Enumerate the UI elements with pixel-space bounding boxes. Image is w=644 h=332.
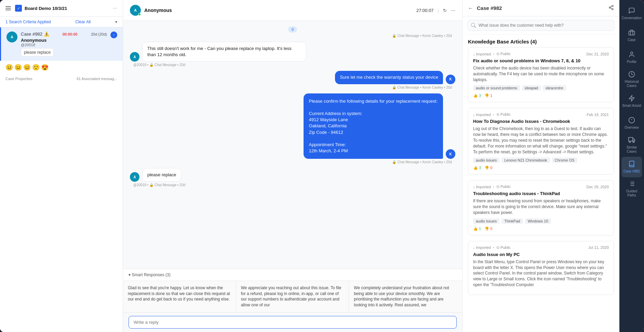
- agent-msg-avatar-2: K: [446, 149, 455, 159]
- smart-response-card-2[interactable]: We appreciate you reaching out about thi…: [236, 281, 349, 312]
- conversation-label: Conversation: [622, 16, 642, 20]
- emoji-row: 😐 😐 😐 🙂 😍: [0, 61, 123, 74]
- tag-audio-sound[interactable]: audio or sound problems: [473, 85, 520, 91]
- article-body-4: In the Start Menu, type Control Panel or…: [473, 259, 609, 288]
- case-handle: @20018: [21, 43, 107, 47]
- article-meta-left-2: ↓ Imported • ⊙ Public: [473, 112, 511, 117]
- nav-item-guided[interactable]: Guided Paths: [621, 179, 642, 199]
- appt-time: 12th March, 2-4 PM: [309, 148, 438, 154]
- board-title: Board Demo 10/3/21: [25, 6, 110, 11]
- smart-response-card-3[interactable]: We completely understand your frustratio…: [349, 281, 462, 312]
- conversation-icon: [628, 7, 635, 15]
- vote-up-2[interactable]: 👍 3: [473, 166, 481, 170]
- case-list-item[interactable]: A Case #982 ⚠️ 00:00:00 20d (20d) Anonym…: [0, 27, 123, 61]
- case-nav-label: Case: [628, 38, 635, 42]
- svg-rect-12: [629, 138, 633, 141]
- article-meta-left-1: ↓ Imported • ⊙ Public: [473, 52, 511, 56]
- vote-up-3[interactable]: 👍 1: [473, 227, 481, 231]
- nav-item-knowledge[interactable]: Case #982: [621, 157, 642, 177]
- svg-line-3: [611, 8, 612, 9]
- customer-message-row-2: A please replace: [130, 168, 455, 182]
- historical-nav-label: Historical Cases: [621, 80, 642, 88]
- tag-audio-issues-3[interactable]: audio issues: [473, 218, 499, 224]
- scroll-top-icon[interactable]: [110, 31, 117, 38]
- article-meta-4: ↓ Imported • ⊙ Public Jul 11, 2020: [473, 245, 609, 250]
- tag-audio-issues-2[interactable]: audio issues: [473, 157, 499, 163]
- address-label: Current Address in system:: [309, 111, 438, 117]
- nav-item-historical[interactable]: Historical Cases: [621, 69, 642, 90]
- article-card-2: ↓ Imported • ⊙ Public Feb 19, 2021 How T…: [468, 108, 614, 175]
- article-card-3: ↓ Imported • ⊙ Public Dec 29, 2020 Troub…: [468, 180, 614, 235]
- svg-point-6: [631, 52, 633, 54]
- article-body-3: If there are issues hearing sound from s…: [473, 198, 609, 215]
- back-arrow-icon[interactable]: ←: [468, 5, 473, 11]
- nav-item-overview[interactable]: Overview: [621, 113, 642, 133]
- knowledge-panel-title: Case #982: [477, 5, 605, 11]
- svg-point-1: [609, 7, 611, 8]
- associated-messages-label: 41 Associated messag...: [77, 77, 117, 81]
- nav-item-case[interactable]: Case: [621, 25, 642, 46]
- dot-sep-2: •: [493, 113, 494, 117]
- article-meta-3: ↓ Imported • ⊙ Public Dec 29, 2020: [473, 184, 609, 189]
- nav-item-profile[interactable]: Profile: [621, 47, 642, 68]
- imported-badge-3: ↓ Imported: [473, 185, 491, 189]
- vote-down-2[interactable]: 👎 0: [484, 166, 492, 170]
- knowledge-search-input[interactable]: [467, 20, 615, 31]
- agent-bubble-1: Sure let me check the warranty status yo…: [335, 71, 443, 84]
- emoji-4: 🙂: [32, 64, 40, 71]
- more-options-icon[interactable]: ···: [113, 5, 117, 11]
- case-id: Case #982: [21, 31, 42, 37]
- chat-messages: 0 🔒 Chat Message • Kevin Cawley • 20d A …: [123, 21, 462, 269]
- article-date-2: Feb 19, 2021: [587, 113, 609, 117]
- tag-ideapad[interactable]: ideapad: [522, 85, 541, 91]
- vote-down-1[interactable]: 👎 1: [484, 93, 492, 98]
- nav-item-similar[interactable]: Similar Cases: [621, 135, 642, 155]
- case-time-badge: 20d (20d): [91, 32, 107, 36]
- smart-response-card-1[interactable]: Glad to see that you're happy. Let us kn…: [123, 281, 236, 312]
- system-message-badge: 0: [288, 26, 297, 33]
- address-zip: Zip Code - 94612: [309, 129, 438, 136]
- left-header: Board Demo 10/3/21 ···: [0, 0, 123, 17]
- tag-thinkpad[interactable]: ThinkPad: [501, 218, 523, 224]
- similar-cases-label: Similar Cases: [621, 145, 642, 154]
- smart-assist-label: Smart Assist: [622, 104, 641, 108]
- vote-down-3[interactable]: 👎 0: [484, 227, 492, 231]
- tag-chromeos[interactable]: Chrome OS: [552, 157, 577, 163]
- article-votes-2: 👍 3 👎 0: [473, 166, 609, 170]
- agent-msg-meta-1: 🔒 Chat Message • Kevin Cawley • 20d: [130, 86, 455, 89]
- dot-sep-3: •: [493, 185, 494, 189]
- agent-message-row-2: K Please confirm the following details f…: [130, 93, 455, 159]
- knowledge-search-bar: [462, 16, 619, 35]
- overview-icon: [628, 117, 635, 125]
- tag-chromebook[interactable]: Lenovo N21 Chromebook: [501, 157, 550, 163]
- tag-ideacentre[interactable]: ideacentre: [543, 85, 566, 91]
- reply-bar: [123, 312, 462, 332]
- article-votes-1: 👍 3 👎 1: [473, 93, 609, 98]
- filter-text: 1 Search Criteria Applied: [5, 20, 51, 24]
- chat-more-icon[interactable]: ⋯: [451, 8, 455, 13]
- refresh-icon[interactable]: ↻: [443, 8, 447, 13]
- svg-point-14: [629, 141, 631, 142]
- profile-nav-label: Profile: [627, 60, 636, 64]
- guided-paths-label: Guided Paths: [621, 189, 642, 197]
- hamburger-icon[interactable]: [5, 5, 12, 12]
- nav-item-conversation[interactable]: Conversation: [621, 3, 642, 24]
- case-id-label: Case #982 ⚠️: [21, 31, 49, 37]
- clear-filter-button[interactable]: Clear All: [76, 20, 91, 24]
- reply-input[interactable]: [129, 316, 457, 329]
- tag-windows10[interactable]: Windows 10: [525, 218, 551, 224]
- agent-msg-avatar-1: K: [446, 75, 455, 84]
- share-icon[interactable]: [608, 5, 614, 11]
- vote-up-1[interactable]: 👍 3: [473, 93, 481, 98]
- agent-bubble-large: Please confirm the following details for…: [304, 93, 443, 159]
- appt-label: Appointment Time:: [309, 142, 438, 148]
- article-title-3: Troubleshooting audio issues - ThinkPad: [473, 191, 609, 196]
- article-date-4: Jul 11, 2020: [588, 245, 609, 250]
- article-tags-3: audio issues ThinkPad Windows 10: [473, 218, 609, 224]
- customer-bubble-2: please replace: [142, 168, 182, 182]
- customer-avatar: A: [6, 31, 17, 42]
- filter-chevron-icon[interactable]: ▾: [115, 20, 117, 24]
- nav-item-smart[interactable]: Smart Assist: [621, 91, 642, 112]
- article-title-2: How To Diagnose Audio Issues - Chromeboo…: [473, 119, 609, 124]
- svg-point-15: [633, 141, 634, 142]
